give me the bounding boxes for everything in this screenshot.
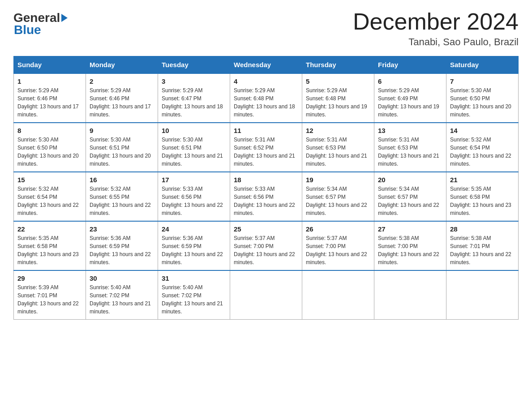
title-area: December 2024 Tanabi, Sao Paulo, Brazil <box>353 9 519 48</box>
empty-cell <box>446 270 519 320</box>
day-number: 8 <box>17 127 82 134</box>
col-monday: Monday <box>86 56 158 74</box>
col-friday: Friday <box>374 56 446 74</box>
week-row-2: 8Sunrise: 5:30 AMSunset: 6:50 PMDaylight… <box>14 123 519 172</box>
header-row: Sunday Monday Tuesday Wednesday Thursday… <box>14 56 519 74</box>
day-cell-9: 9Sunrise: 5:30 AMSunset: 6:51 PMDaylight… <box>86 123 158 172</box>
day-cell-19: 19Sunrise: 5:34 AMSunset: 6:57 PMDayligh… <box>302 172 374 221</box>
week-row-1: 1Sunrise: 5:29 AMSunset: 6:46 PMDaylight… <box>14 73 519 123</box>
day-number: 9 <box>90 127 154 134</box>
day-cell-8: 8Sunrise: 5:30 AMSunset: 6:50 PMDaylight… <box>14 123 86 172</box>
day-cell-13: 13Sunrise: 5:31 AMSunset: 6:53 PMDayligh… <box>374 123 446 172</box>
day-cell-12: 12Sunrise: 5:31 AMSunset: 6:53 PMDayligh… <box>302 123 374 172</box>
day-number: 11 <box>234 127 298 134</box>
empty-cell <box>230 270 302 320</box>
week-row-5: 29Sunrise: 5:39 AMSunset: 7:01 PMDayligh… <box>14 270 519 320</box>
day-number: 5 <box>306 77 370 85</box>
day-cell-26: 26Sunrise: 5:37 AMSunset: 7:00 PMDayligh… <box>302 221 374 270</box>
day-cell-16: 16Sunrise: 5:32 AMSunset: 6:55 PMDayligh… <box>86 172 158 221</box>
day-number: 28 <box>450 225 515 233</box>
day-cell-24: 24Sunrise: 5:36 AMSunset: 6:59 PMDayligh… <box>158 221 230 270</box>
day-number: 10 <box>162 127 226 134</box>
day-info: Sunrise: 5:32 AMSunset: 6:54 PMDaylight:… <box>17 186 79 216</box>
day-info: Sunrise: 5:38 AMSunset: 7:00 PMDaylight:… <box>378 235 439 265</box>
day-cell-11: 11Sunrise: 5:31 AMSunset: 6:52 PMDayligh… <box>230 123 302 172</box>
day-info: Sunrise: 5:29 AMSunset: 6:46 PMDaylight:… <box>90 87 151 118</box>
calendar-table: Sunday Monday Tuesday Wednesday Thursday… <box>13 56 519 320</box>
day-info: Sunrise: 5:37 AMSunset: 7:00 PMDaylight:… <box>234 235 295 265</box>
day-info: Sunrise: 5:36 AMSunset: 6:59 PMDaylight:… <box>90 235 151 265</box>
day-info: Sunrise: 5:34 AMSunset: 6:57 PMDaylight:… <box>378 186 439 216</box>
day-number: 24 <box>162 225 226 233</box>
day-cell-2: 2Sunrise: 5:29 AMSunset: 6:46 PMDaylight… <box>86 73 158 123</box>
day-cell-27: 27Sunrise: 5:38 AMSunset: 7:00 PMDayligh… <box>374 221 446 270</box>
day-number: 3 <box>162 77 226 85</box>
header: General Blue December 2024 Tanabi, Sao P… <box>13 9 519 48</box>
day-info: Sunrise: 5:31 AMSunset: 6:53 PMDaylight:… <box>378 137 439 167</box>
day-info: Sunrise: 5:30 AMSunset: 6:50 PMDaylight:… <box>17 137 79 167</box>
day-info: Sunrise: 5:33 AMSunset: 6:56 PMDaylight:… <box>234 186 295 216</box>
day-info: Sunrise: 5:30 AMSunset: 6:51 PMDaylight:… <box>162 137 223 167</box>
day-number: 18 <box>234 176 298 184</box>
day-number: 2 <box>90 77 154 85</box>
day-number: 21 <box>450 176 515 184</box>
day-number: 13 <box>378 127 442 134</box>
day-number: 16 <box>90 176 154 184</box>
day-info: Sunrise: 5:38 AMSunset: 7:01 PMDaylight:… <box>450 235 511 265</box>
day-number: 31 <box>162 274 226 282</box>
day-info: Sunrise: 5:31 AMSunset: 6:53 PMDaylight:… <box>306 137 367 167</box>
location-subtitle: Tanabi, Sao Paulo, Brazil <box>353 36 519 48</box>
day-info: Sunrise: 5:31 AMSunset: 6:52 PMDaylight:… <box>234 137 295 167</box>
col-tuesday: Tuesday <box>158 56 230 74</box>
day-cell-1: 1Sunrise: 5:29 AMSunset: 6:46 PMDaylight… <box>14 73 86 123</box>
day-info: Sunrise: 5:29 AMSunset: 6:47 PMDaylight:… <box>162 87 223 118</box>
day-number: 6 <box>378 77 442 85</box>
col-sunday: Sunday <box>14 56 86 74</box>
day-cell-6: 6Sunrise: 5:29 AMSunset: 6:49 PMDaylight… <box>374 73 446 123</box>
day-info: Sunrise: 5:35 AMSunset: 6:58 PMDaylight:… <box>17 235 79 265</box>
empty-cell <box>302 270 374 320</box>
day-info: Sunrise: 5:40 AMSunset: 7:02 PMDaylight:… <box>162 284 223 315</box>
day-number: 12 <box>306 127 370 134</box>
day-number: 19 <box>306 176 370 184</box>
day-number: 29 <box>17 274 82 282</box>
day-info: Sunrise: 5:36 AMSunset: 6:59 PMDaylight:… <box>162 235 223 265</box>
day-cell-22: 22Sunrise: 5:35 AMSunset: 6:58 PMDayligh… <box>14 221 86 270</box>
day-number: 30 <box>90 274 154 282</box>
logo-blue-label: Blue <box>13 23 68 37</box>
day-cell-21: 21Sunrise: 5:35 AMSunset: 6:58 PMDayligh… <box>446 172 519 221</box>
day-cell-3: 3Sunrise: 5:29 AMSunset: 6:47 PMDaylight… <box>158 73 230 123</box>
day-cell-29: 29Sunrise: 5:39 AMSunset: 7:01 PMDayligh… <box>14 270 86 320</box>
day-cell-18: 18Sunrise: 5:33 AMSunset: 6:56 PMDayligh… <box>230 172 302 221</box>
day-cell-14: 14Sunrise: 5:32 AMSunset: 6:54 PMDayligh… <box>446 123 519 172</box>
logo: General Blue <box>13 9 68 37</box>
empty-cell <box>374 270 446 320</box>
day-cell-31: 31Sunrise: 5:40 AMSunset: 7:02 PMDayligh… <box>158 270 230 320</box>
day-info: Sunrise: 5:35 AMSunset: 6:58 PMDaylight:… <box>450 186 511 216</box>
day-info: Sunrise: 5:30 AMSunset: 6:51 PMDaylight:… <box>90 137 151 167</box>
day-info: Sunrise: 5:29 AMSunset: 6:48 PMDaylight:… <box>306 87 367 118</box>
month-title: December 2024 <box>353 9 519 34</box>
day-number: 25 <box>234 225 298 233</box>
day-cell-25: 25Sunrise: 5:37 AMSunset: 7:00 PMDayligh… <box>230 221 302 270</box>
day-number: 27 <box>378 225 442 233</box>
col-thursday: Thursday <box>302 56 374 74</box>
day-info: Sunrise: 5:30 AMSunset: 6:50 PMDaylight:… <box>450 87 511 118</box>
day-cell-4: 4Sunrise: 5:29 AMSunset: 6:48 PMDaylight… <box>230 73 302 123</box>
day-number: 22 <box>17 225 82 233</box>
day-number: 23 <box>90 225 154 233</box>
day-cell-30: 30Sunrise: 5:40 AMSunset: 7:02 PMDayligh… <box>86 270 158 320</box>
day-info: Sunrise: 5:39 AMSunset: 7:01 PMDaylight:… <box>17 284 79 315</box>
day-cell-15: 15Sunrise: 5:32 AMSunset: 6:54 PMDayligh… <box>14 172 86 221</box>
col-saturday: Saturday <box>446 56 519 74</box>
day-number: 15 <box>17 176 82 184</box>
day-info: Sunrise: 5:29 AMSunset: 6:46 PMDaylight:… <box>17 87 79 118</box>
day-cell-17: 17Sunrise: 5:33 AMSunset: 6:56 PMDayligh… <box>158 172 230 221</box>
day-number: 14 <box>450 127 515 134</box>
day-info: Sunrise: 5:33 AMSunset: 6:56 PMDaylight:… <box>162 186 223 216</box>
day-info: Sunrise: 5:40 AMSunset: 7:02 PMDaylight:… <box>90 284 151 315</box>
day-cell-23: 23Sunrise: 5:36 AMSunset: 6:59 PMDayligh… <box>86 221 158 270</box>
day-cell-28: 28Sunrise: 5:38 AMSunset: 7:01 PMDayligh… <box>446 221 519 270</box>
day-info: Sunrise: 5:37 AMSunset: 7:00 PMDaylight:… <box>306 235 367 265</box>
day-info: Sunrise: 5:32 AMSunset: 6:54 PMDaylight:… <box>450 137 511 167</box>
